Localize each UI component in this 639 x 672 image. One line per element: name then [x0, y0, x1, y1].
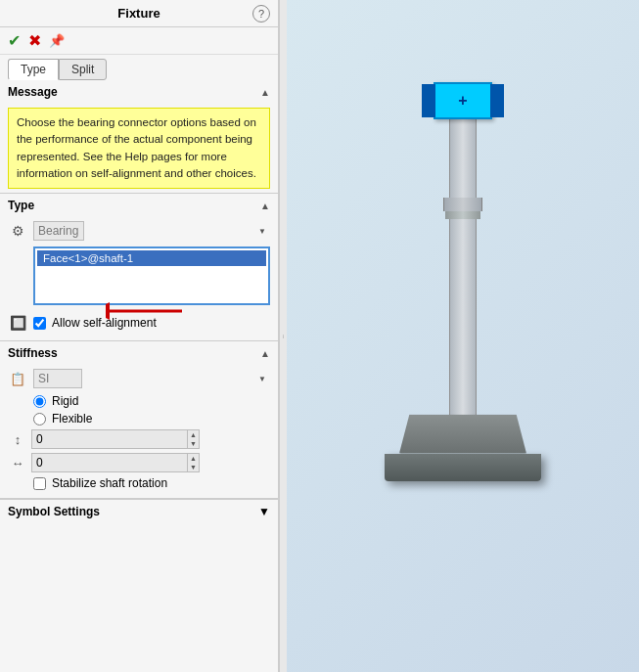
flexible-label: Flexible	[52, 412, 92, 426]
shaft-ring	[445, 211, 480, 219]
tabs-row: Type Split	[0, 55, 278, 80]
radial-spinner[interactable]: ▲ ▼	[188, 453, 200, 472]
face-list-item[interactable]: Face<1>@shaft-1	[37, 250, 266, 266]
rigid-radio[interactable]	[33, 395, 46, 408]
radial-input[interactable]: 0	[31, 453, 188, 472]
self-alignment-icon: 🔲	[8, 313, 27, 333]
type-section-header[interactable]: Type ▲	[0, 194, 278, 217]
panel-resize-handle[interactable]: ···	[279, 0, 287, 672]
rigid-radio-row: Rigid	[33, 394, 270, 408]
pin-button[interactable]: 📌	[49, 33, 65, 48]
self-alignment-row: 🔲 Allow self-alignment	[8, 313, 270, 333]
symbol-settings-header[interactable]: Symbol Settings ▼	[0, 499, 278, 523]
face-list-box[interactable]: Face<1>@shaft-1	[33, 246, 270, 305]
self-alignment-checkbox[interactable]	[33, 317, 46, 330]
unit-system-select[interactable]: SI English Metric	[33, 369, 82, 388]
stabilize-checkbox[interactable]	[33, 477, 46, 490]
flexible-radio-row: Flexible	[33, 412, 270, 426]
bearing-type-icon: ⚙	[8, 221, 27, 241]
shaft-3d-model: +	[365, 82, 561, 591]
base-plate	[399, 415, 526, 454]
flexible-radio[interactable]	[33, 413, 46, 426]
radial-down-icon[interactable]: ▼	[188, 463, 199, 471]
axial-input[interactable]: 0	[31, 429, 188, 449]
axial-down-icon[interactable]: ▼	[188, 439, 199, 448]
radial-icon: ↔	[8, 453, 27, 472]
axial-spinner[interactable]: ▲ ▼	[188, 429, 200, 449]
symbol-settings-chevron-icon: ▼	[258, 505, 270, 518]
type-section: Type ▲ ⚙ Bearing Face<1>@shaft-1 🔲	[0, 194, 278, 341]
symbol-settings-title: Symbol Settings	[8, 505, 100, 518]
right-panel-3d-view: +	[287, 0, 639, 672]
stabilize-row: Stabilize shaft rotation	[33, 476, 270, 490]
cancel-button[interactable]: ✖	[28, 31, 41, 50]
bearing-type-select[interactable]: Bearing	[33, 221, 84, 241]
shaft-mid	[449, 219, 477, 415]
axial-row: ↕ 0 ▲ ▼ N/m	[8, 429, 270, 449]
stabilize-label: Stabilize shaft rotation	[52, 476, 167, 490]
bearing-assembly: +	[434, 82, 492, 119]
tab-split[interactable]: Split	[59, 59, 107, 80]
bearing-type-select-wrapper: Bearing	[33, 221, 270, 241]
message-box: Choose the bearing connector options bas…	[8, 108, 270, 189]
axial-up-icon[interactable]: ▲	[188, 430, 199, 439]
shaft-connector	[443, 198, 482, 211]
bearing-block: +	[434, 82, 492, 119]
stiffness-section: Stiffness ▲ 📋 SI English Metric Rigid	[0, 341, 278, 499]
unit-system-row: 📋 SI English Metric	[8, 369, 270, 388]
tab-type[interactable]: Type	[8, 59, 59, 80]
toolbar: ✔ ✖ 📌	[0, 27, 278, 55]
panel-title: Fixture	[117, 6, 160, 21]
help-button[interactable]: ?	[252, 5, 270, 22]
stiffness-chevron-icon: ▲	[260, 348, 270, 359]
stiffness-body: 📋 SI English Metric Rigid Flexible	[0, 365, 278, 498]
base-bottom	[385, 454, 541, 481]
axial-input-wrapper: 0 ▲ ▼	[31, 429, 139, 449]
radial-up-icon[interactable]: ▲	[188, 454, 199, 463]
confirm-button[interactable]: ✔	[8, 31, 21, 50]
message-chevron-icon: ▲	[260, 87, 270, 98]
axial-icon: ↕	[8, 429, 27, 449]
left-panel: Fixture ? ✔ ✖ 📌 Type Split Message ▲ Cho…	[0, 0, 279, 672]
type-chevron-icon: ▲	[260, 201, 270, 211]
rigid-label: Rigid	[52, 394, 78, 408]
radial-input-wrapper: 0 ▲ ▼	[31, 453, 139, 472]
bearing-plus-icon: +	[458, 92, 467, 110]
radial-row: ↔ 0 ▲ ▼ N/m	[8, 453, 270, 472]
shaft-upper	[449, 119, 477, 198]
unit-system-icon: 📋	[8, 369, 27, 388]
panel-header: Fixture ?	[0, 0, 278, 27]
bearing-type-row: ⚙ Bearing	[8, 221, 270, 241]
self-alignment-container: 🔲 Allow self-alignment	[8, 313, 270, 333]
type-section-body: ⚙ Bearing Face<1>@shaft-1 🔲 Allow self-a…	[0, 217, 278, 340]
stiffness-section-header[interactable]: Stiffness ▲	[0, 341, 278, 365]
unit-system-select-wrapper: SI English Metric	[33, 369, 270, 388]
message-section: Message ▲ Choose the bearing connector o…	[0, 80, 278, 194]
message-section-header[interactable]: Message ▲	[0, 80, 278, 104]
self-alignment-label: Allow self-alignment	[52, 316, 157, 330]
